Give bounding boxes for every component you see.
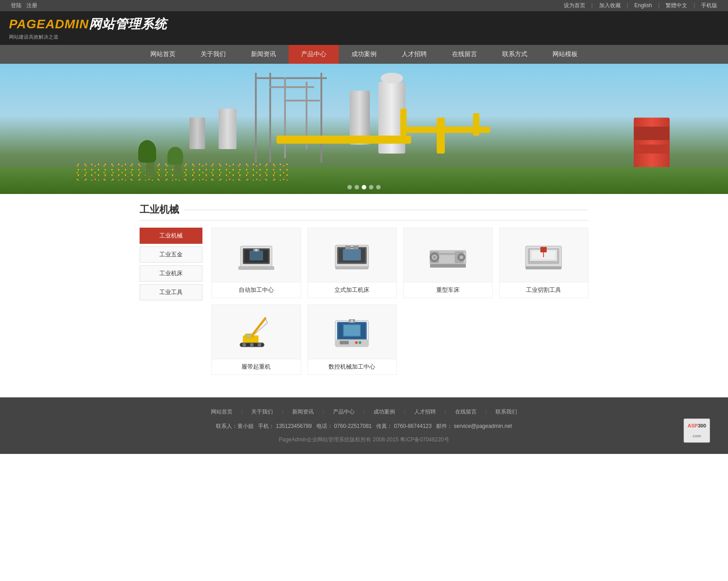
svg-line-33 (265, 318, 268, 323)
header: PAGEADMIN网站管理系统 网站建设高效解决之道 (0, 11, 728, 45)
frame-horizontal (255, 77, 327, 79)
product-img-6 (308, 305, 397, 359)
footer-nav: 网站首页 ｜ 关于我们 ｜ 新闻资讯 ｜ 产品中心 ｜ 成功案例 ｜ 人才招聘 … (9, 406, 719, 417)
dot-4[interactable] (369, 185, 373, 189)
mobile-link[interactable]: 手机版 (701, 2, 717, 9)
product-grid: 自动加工中心 立式加工机床 (211, 228, 588, 375)
logo-subtitle: 网站建设高效解决之道 (9, 34, 167, 40)
contact-email-label: 邮件： (436, 423, 452, 429)
add-fav-link[interactable]: 加入收藏 (599, 2, 621, 9)
trad-chinese-link[interactable]: 繁體中文 (666, 2, 687, 9)
logo[interactable]: PAGEADMIN网站管理系统 网站建设高效解决之道 (9, 16, 167, 40)
svg-point-23 (460, 255, 463, 259)
svg-point-6 (255, 249, 258, 251)
svg-point-19 (433, 256, 436, 259)
product-img-5 (212, 305, 301, 359)
register-link[interactable]: 注册 (26, 2, 37, 9)
product-card-4[interactable]: 工业切割工具 (499, 228, 589, 298)
svg-rect-37 (246, 335, 251, 337)
product-name-1: 自动加工中心 (212, 282, 301, 298)
nav-item-cases[interactable]: 成功案例 (339, 45, 389, 64)
sidebar-item-hardware[interactable]: 工业五金 (140, 246, 202, 263)
english-link[interactable]: English (634, 2, 652, 9)
product-img-2 (308, 228, 397, 282)
footer-copyright: PageAdmin企业网站管理系统版权所有 2008-2015 粤ICP备070… (9, 434, 719, 445)
product-img-4 (500, 228, 588, 282)
svg-point-53 (351, 320, 353, 322)
product-name-5: 履带起重机 (212, 359, 301, 374)
svg-rect-3 (250, 251, 263, 260)
footer-link-contact[interactable]: 联系我们 (496, 409, 517, 415)
contact-person: 联系人：黄小姐 (216, 423, 254, 429)
contact-mobile: 135123456789 (276, 423, 312, 429)
nav-item-message[interactable]: 在线留言 (439, 45, 490, 64)
svg-rect-11 (335, 266, 368, 269)
contact-tel-label: 电话： (316, 423, 333, 429)
nav-item-home[interactable]: 网站首页 (138, 45, 188, 64)
top-bar: 登陆 注册 设为首页 ｜ 加入收藏 ｜ English ｜ 繁體中文 ｜ 手机版 (0, 0, 728, 11)
pipe-vertical-1 (437, 118, 445, 154)
sidebar-item-tools[interactable]: 工业工具 (140, 284, 202, 300)
dot-5[interactable] (376, 185, 381, 189)
svg-rect-29 (540, 247, 547, 252)
contact-email: service@pageadmin.net (454, 423, 512, 429)
svg-rect-4 (238, 266, 274, 270)
footer-link-news[interactable]: 新闻资讯 (292, 409, 314, 415)
svg-point-41 (250, 343, 254, 347)
dot-1[interactable] (347, 185, 352, 189)
product-card-1[interactable]: 自动加工中心 (211, 228, 301, 298)
nav-item-jobs[interactable]: 人才招聘 (389, 45, 439, 64)
product-card-3[interactable]: 重型车床 (403, 228, 493, 298)
main-content: 工业机械 工业机械 工业五金 工业机床 工业工具 (140, 194, 588, 384)
footer: 网站首页 ｜ 关于我们 ｜ 新闻资讯 ｜ 产品中心 ｜ 成功案例 ｜ 人才招聘 … (0, 397, 728, 454)
sidebar-item-lathe[interactable]: 工业机床 (140, 265, 202, 282)
svg-rect-10 (343, 249, 361, 260)
svg-rect-49 (340, 341, 349, 344)
content-layout: 工业机械 工业五金 工业机床 工业工具 (140, 228, 588, 375)
product-name-6: 数控机械加工中心 (308, 359, 397, 374)
frame-bar-1 (255, 73, 257, 163)
login-link[interactable]: 登陆 (11, 2, 22, 9)
dot-2[interactable] (355, 185, 359, 189)
nav-item-template[interactable]: 网站模板 (540, 45, 590, 64)
product-name-3: 重型车床 (403, 282, 492, 298)
frame-bar-3 (320, 73, 322, 163)
footer-link-about[interactable]: 关于我们 (251, 409, 273, 415)
flowers (73, 163, 291, 180)
nav-item-news[interactable]: 新闻资讯 (238, 45, 289, 64)
svg-point-40 (242, 343, 246, 347)
footer-link-message[interactable]: 在线留言 (455, 409, 477, 415)
svg-rect-31 (526, 266, 561, 269)
section-title: 工业机械 (140, 203, 588, 220)
set-home-link[interactable]: 设为首页 (564, 2, 585, 9)
main-nav: 网站首页 关于我们 新闻资讯 产品中心 成功案例 人才招聘 在线留言 联系方式 … (0, 45, 728, 64)
product-card-6[interactable]: 数控机械加工中心 (307, 304, 397, 375)
product-card-5[interactable]: 履带起重机 (211, 304, 301, 375)
product-img-1 (212, 228, 301, 282)
footer-contact: 联系人：黄小姐 手机： 135123456789 电话： 0760-225170… (9, 421, 719, 431)
contact-fax: 0760-86744123 (394, 423, 432, 429)
svg-point-42 (258, 343, 261, 347)
svg-rect-24 (430, 264, 466, 268)
top-bar-right: 设为首页 ｜ 加入收藏 ｜ English ｜ 繁體中文 ｜ 手机版 (562, 2, 719, 9)
logo-title: PAGEADMIN网站管理系统 (9, 16, 167, 33)
dot-3[interactable] (362, 185, 366, 189)
nav-item-about[interactable]: 关于我们 (188, 45, 238, 64)
contact-fax-label: 传真： (376, 423, 392, 429)
footer-link-jobs[interactable]: 人才招聘 (414, 409, 436, 415)
nav-item-products[interactable]: 产品中心 (289, 45, 339, 64)
product-img-3 (403, 228, 492, 282)
nav-item-contact[interactable]: 联系方式 (490, 45, 540, 64)
footer-link-products[interactable]: 产品中心 (333, 409, 355, 415)
footer-badge: ASP300 com (684, 418, 710, 443)
product-name-4: 工业切割工具 (500, 282, 588, 298)
svg-rect-14 (350, 247, 354, 248)
footer-link-cases[interactable]: 成功案例 (373, 409, 395, 415)
svg-point-50 (355, 341, 358, 344)
footer-link-home[interactable]: 网站首页 (211, 409, 232, 415)
sidebar: 工业机械 工业五金 工业机床 工业工具 (140, 228, 202, 375)
contact-mobile-label: 手机： (258, 423, 274, 429)
sidebar-item-machinery[interactable]: 工业机械 (140, 228, 202, 244)
product-card-2[interactable]: 立式加工机床 (307, 228, 397, 298)
product-name-2: 立式加工机床 (308, 282, 397, 298)
